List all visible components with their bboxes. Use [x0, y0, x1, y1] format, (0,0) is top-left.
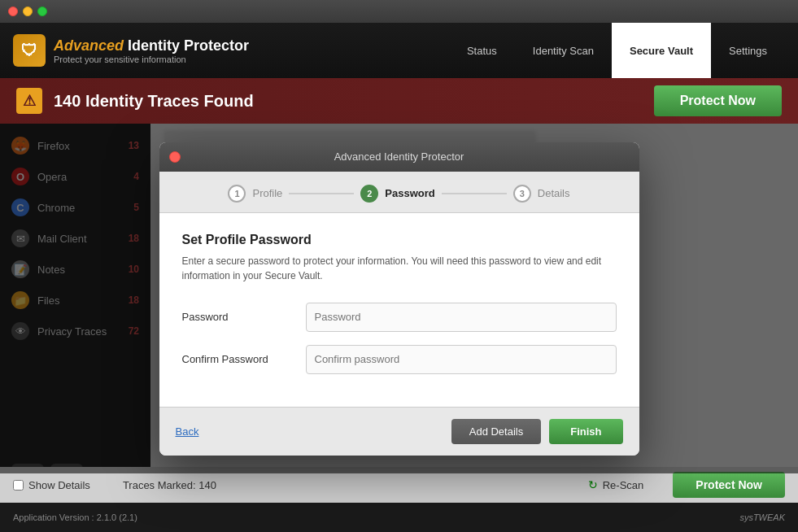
rescan-label: Re-Scan	[603, 479, 644, 491]
alert-bar: ⚠ 140 Identity Traces Found Protect Now	[0, 78, 798, 124]
show-details-check[interactable]: Show Details	[13, 479, 90, 491]
nav-tabs: Status Identity Scan Secure Vault Settin…	[449, 23, 785, 78]
tab-settings[interactable]: Settings	[711, 23, 785, 78]
minimize-button[interactable]	[23, 7, 33, 16]
tab-secure-vault[interactable]: Secure Vault	[612, 23, 711, 78]
modal-section-title: Set Profile Password	[182, 233, 617, 247]
password-input[interactable]	[306, 303, 617, 332]
modal-titlebar: Advanced Identity Protector	[159, 142, 639, 172]
alert-icon: ⚠	[16, 88, 42, 114]
step-label-password: Password	[385, 187, 434, 199]
app-subtitle: Protect your sensitive information	[54, 55, 249, 64]
password-label: Password	[182, 311, 296, 323]
alert-text: 140 Identity Traces Found	[54, 92, 654, 111]
show-details-label: Show Details	[28, 479, 90, 491]
show-details-checkbox[interactable]	[13, 480, 24, 491]
modal-section-desc: Enter a secure password to protect your …	[182, 254, 617, 283]
protect-now-bottom-button[interactable]: Protect Now	[673, 472, 785, 498]
step-label-details: Details	[538, 187, 570, 199]
step-circle-profile: 1	[228, 185, 246, 203]
step-label-profile: Profile	[252, 187, 282, 199]
tab-identity-scan[interactable]: Identity Scan	[515, 23, 612, 78]
wizard-sep-2	[442, 193, 507, 194]
title-bar	[0, 0, 798, 23]
password-row: Password	[182, 303, 617, 332]
step-circle-details: 3	[513, 185, 531, 203]
modal-overlay: Advanced Identity Protector 1 Profile 2 …	[0, 124, 798, 473]
protect-now-button[interactable]: Protect Now	[654, 85, 782, 116]
wizard-step-details: 3 Details	[513, 185, 570, 203]
modal-footer: Back Add Details Finish	[159, 407, 639, 456]
app-header: 🛡 Advanced Identity Protector Protect yo…	[0, 23, 798, 78]
brand-text: sysTWEAK	[739, 512, 785, 522]
modal-body: Set Profile Password Enter a secure pass…	[159, 213, 639, 407]
confirm-password-row: Confirm Password	[182, 345, 617, 374]
wizard-step-password: 2 Password	[360, 185, 434, 203]
rescan-icon: ↻	[588, 478, 598, 491]
app-title-block: Advanced Identity Protector Protect your…	[54, 37, 249, 64]
confirm-password-input[interactable]	[306, 345, 617, 374]
close-button[interactable]	[8, 7, 18, 16]
wizard-sep-1	[289, 193, 354, 194]
main-area: 🦊 Firefox 13 O Opera 4 C Chrome 5 ✉ Mail…	[0, 124, 798, 503]
app-title-italic: Advanced	[54, 37, 124, 54]
modal-title: Advanced Identity Protector	[334, 150, 464, 163]
tab-status[interactable]: Status	[449, 23, 515, 78]
add-details-button[interactable]: Add Details	[451, 419, 541, 444]
modal-dialog: Advanced Identity Protector 1 Profile 2 …	[159, 142, 639, 456]
wizard-step-profile: 1 Profile	[228, 185, 282, 203]
finish-button[interactable]: Finish	[549, 419, 622, 444]
app-title: Advanced Identity Protector	[54, 37, 249, 55]
modal-close-button[interactable]	[169, 151, 181, 163]
confirm-password-label: Confirm Password	[182, 353, 296, 365]
rescan-button[interactable]: ↻ Re-Scan	[588, 478, 644, 491]
step-circle-password: 2	[360, 185, 378, 203]
version-bar: Application Version : 2.1.0 (2.1) sysTWE…	[0, 503, 798, 532]
traces-marked: Traces Marked: 140	[123, 479, 216, 491]
wizard-steps: 1 Profile 2 Password 3 Details	[159, 172, 639, 213]
back-link[interactable]: Back	[176, 425, 199, 438]
version-text: Application Version : 2.1.0 (2.1)	[13, 512, 137, 522]
app-logo: 🛡 Advanced Identity Protector Protect yo…	[13, 34, 249, 67]
logo-shield-icon: 🛡	[13, 34, 46, 67]
maximize-button[interactable]	[37, 7, 47, 16]
app-title-rest: Identity Protector	[124, 37, 249, 54]
